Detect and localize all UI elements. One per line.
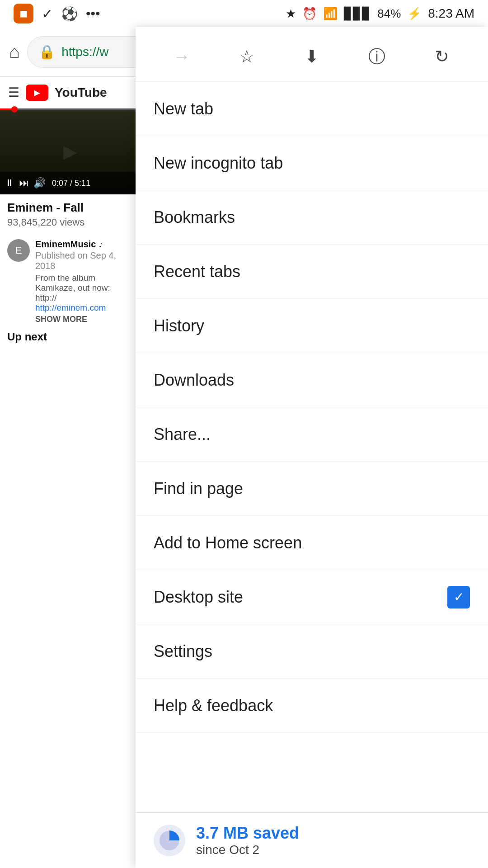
progress-dot [11, 106, 18, 113]
more-icon: ••• [86, 6, 100, 21]
menu-item-label-recent-tabs: Recent tabs [154, 262, 240, 281]
up-next-label: Up next [0, 324, 140, 347]
notification-icon-1: ✓ [42, 6, 53, 22]
menu-item-label-new-incognito-tab: New incognito tab [154, 154, 283, 173]
alarm-icon: ⏰ [302, 7, 317, 21]
menu-item-label-share: Share... [154, 425, 211, 444]
menu-item-label-history: History [154, 316, 204, 335]
dropdown-toolbar: → ☆ ⬇ ⓘ ↻ [136, 27, 488, 82]
dropdown-footer: 3.7 MB saved since Oct 2 [136, 812, 488, 868]
youtube-logo [26, 85, 48, 101]
channel-link[interactable]: http://eminem.com [35, 303, 133, 313]
menu-item-label-add-to-home-screen: Add to Home screen [154, 533, 302, 552]
menu-item-label-find-in-page: Find in page [154, 479, 243, 498]
show-more-btn[interactable]: SHOW MORE [35, 315, 133, 324]
channel-info: EminemMusic ♪ Published on Sep 4, 2018 F… [35, 239, 133, 324]
savings-since: since Oct 2 [196, 843, 299, 857]
menu-item-label-help-feedback: Help & feedback [154, 696, 273, 715]
checkbox-desktop-site[interactable]: ✓ [447, 586, 470, 609]
video-time: 0:07 / 5:11 [52, 179, 90, 188]
menu-item-share[interactable]: Share... [136, 407, 488, 462]
dropdown-menu: → ☆ ⬇ ⓘ ↻ New tabNew incognito tabBookma… [136, 27, 488, 868]
download-button[interactable]: ⬇ [296, 41, 328, 72]
menu-item-settings[interactable]: Settings [136, 624, 488, 679]
soccer-icon: ⚽ [61, 6, 78, 22]
menu-item-label-bookmarks: Bookmarks [154, 208, 235, 227]
bookmark-button[interactable]: ☆ [231, 41, 263, 72]
channel-avatar: E [7, 239, 30, 262]
reload-button[interactable]: ↻ [426, 41, 458, 72]
battery-percent: 84% [377, 7, 401, 21]
video-views: 93,845,220 views [7, 217, 133, 228]
menu-item-help-feedback[interactable]: Help & feedback [136, 679, 488, 733]
menu-item-recent-tabs[interactable]: Recent tabs [136, 245, 488, 299]
forward-button[interactable]: → [166, 41, 197, 72]
channel-row: E EminemMusic ♪ Published on Sep 4, 2018… [0, 239, 140, 324]
forward-icon: → [173, 47, 190, 66]
signal-icon: ▊▊▊ [344, 7, 371, 21]
status-bar: ◼ ✓ ⚽ ••• ★ ⏰ 📶 ▊▊▊ 84% ⚡ 8:23 AM [0, 0, 488, 27]
lock-icon: 🔒 [38, 44, 55, 60]
progress-background [0, 108, 140, 110]
menu-item-label-desktop-site: Desktop site [154, 588, 243, 607]
youtube-brand: YouTube [55, 85, 107, 100]
background-content: ☰ YouTube ▶ ⏸ ⏭ 🔊 0:07 / 5:11 Eminem - F… [0, 77, 140, 868]
menu-item-desktop-site[interactable]: Desktop site✓ [136, 570, 488, 624]
url-text: https://w [61, 45, 108, 59]
progress-bar[interactable] [0, 108, 140, 110]
status-bar-left: ◼ ✓ ⚽ ••• [14, 4, 100, 24]
skip-icon[interactable]: ⏭ [19, 177, 29, 189]
wifi-icon: 📶 [323, 7, 338, 21]
battery-icon: ⚡ [407, 7, 422, 21]
star-icon: ☆ [239, 47, 254, 66]
home-icon[interactable]: ⌂ [9, 42, 20, 62]
menu-item-add-to-home-screen[interactable]: Add to Home screen [136, 516, 488, 570]
savings-icon [154, 825, 185, 856]
menu-item-find-in-page[interactable]: Find in page [136, 462, 488, 516]
volume-icon[interactable]: 🔊 [33, 177, 46, 189]
bluetooth-icon: ★ [286, 7, 296, 21]
menu-item-label-downloads: Downloads [154, 371, 234, 390]
youtube-header: ☰ YouTube [0, 77, 140, 108]
menu-item-downloads[interactable]: Downloads [136, 353, 488, 407]
menu-list: New tabNew incognito tabBookmarksRecent … [136, 82, 488, 812]
progress-fill [0, 108, 11, 110]
hamburger-icon: ☰ [8, 85, 19, 100]
channel-desc: From the album Kamikaze, out now: http:/… [35, 273, 133, 303]
menu-item-label-new-tab: New tab [154, 99, 213, 118]
video-controls[interactable]: ⏸ ⏭ 🔊 0:07 / 5:11 [0, 172, 140, 194]
time: 8:23 AM [428, 6, 474, 21]
menu-item-history[interactable]: History [136, 299, 488, 353]
video-title: Eminem - Fall [7, 201, 133, 215]
info-icon: ⓘ [368, 45, 385, 68]
status-bar-right: ★ ⏰ 📶 ▊▊▊ 84% ⚡ 8:23 AM [286, 6, 474, 21]
channel-name: EminemMusic ♪ [35, 239, 133, 250]
menu-item-label-settings: Settings [154, 642, 212, 661]
info-button[interactable]: ⓘ [361, 41, 393, 72]
menu-item-bookmarks[interactable]: Bookmarks [136, 190, 488, 245]
video-player[interactable]: ▶ ⏸ ⏭ 🔊 0:07 / 5:11 [0, 108, 140, 194]
savings-text: 3.7 MB saved since Oct 2 [196, 824, 299, 857]
savings-amount: 3.7 MB saved [196, 824, 299, 843]
download-icon: ⬇ [305, 47, 319, 66]
menu-item-new-tab[interactable]: New tab [136, 82, 488, 136]
menu-item-new-incognito-tab[interactable]: New incognito tab [136, 136, 488, 190]
video-info: Eminem - Fall 93,845,220 views [0, 194, 140, 233]
app-icon-orange: ◼ [14, 4, 33, 24]
reload-icon: ↻ [435, 47, 449, 66]
channel-date: Published on Sep 4, 2018 [35, 250, 133, 271]
pause-icon[interactable]: ⏸ [5, 177, 14, 189]
